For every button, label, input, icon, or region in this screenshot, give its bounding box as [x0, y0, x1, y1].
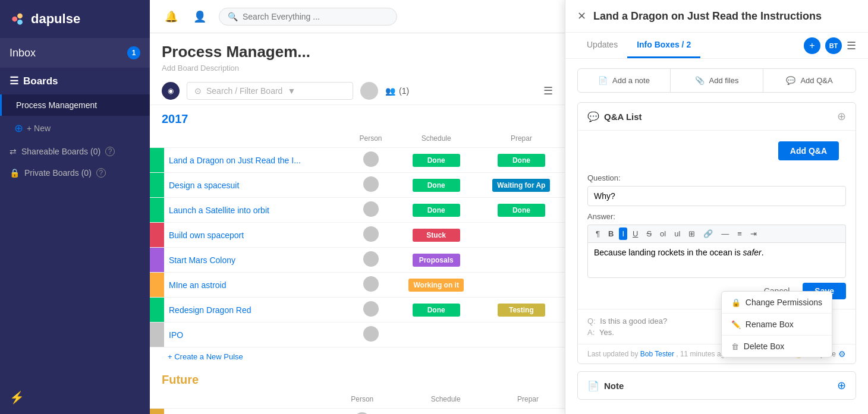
pulse-name-cell[interactable]: MIne an astroid — [164, 273, 347, 298]
pulse-name-cell[interactable]: Build a new planet — [164, 409, 324, 415]
schedule-cell: Working on it — [395, 273, 478, 298]
schedule-cell: Done — [395, 148, 478, 173]
user-profile-icon[interactable]: 👤 — [190, 7, 209, 26]
add-description[interactable]: Add Board Description — [162, 64, 553, 72]
row-border — [150, 273, 164, 298]
logo[interactable]: dapulse — [0, 0, 150, 38]
schedule-cell: Proposals — [395, 248, 478, 273]
close-panel-button[interactable]: ✕ — [577, 10, 586, 23]
person-cell — [347, 148, 394, 173]
tab-info-boxes[interactable]: Info Boxes / 2 — [627, 33, 700, 58]
table-row: Land a Dragon on Just Read the I... Done… — [150, 148, 565, 173]
table-row: Redesign Dragon Red Done Testing — [150, 298, 565, 323]
shareable-boards-header[interactable]: ⇄ Shareable Boards (0) ? — [0, 141, 150, 162]
context-menu-change-permissions[interactable]: 🔒 Change Permissions — [722, 292, 832, 314]
board-content: 2017 Person Schedule Prepar Land a Drago… — [150, 105, 565, 414]
shareable-help-icon[interactable]: ? — [105, 147, 115, 156]
a-label: A: — [587, 328, 595, 337]
answer-text-before: Because landing rockets in the ocean is — [594, 248, 743, 257]
toolbar-link[interactable]: 🔗 — [700, 227, 716, 240]
existing-answer-text: Yes. — [599, 328, 614, 337]
add-user-button[interactable]: + — [804, 37, 820, 54]
pulse-name-cell[interactable]: Redesign Dragon Red — [164, 298, 347, 323]
private-boards-header[interactable]: 🔒 Private Boards (0) ? — [0, 162, 150, 184]
panel-header: ✕ Land a Dragon on Just Read the Instruc… — [565, 0, 868, 33]
schedule-cell — [400, 409, 491, 415]
row-border — [150, 173, 164, 198]
add-qa-submit-button[interactable]: Add Q&A — [778, 141, 839, 160]
table-row: IPO — [150, 323, 565, 347]
qa-expand-button[interactable]: ⊕ — [837, 110, 846, 123]
board-item-label: Process Management — [16, 100, 97, 110]
qa-list-icon: 💬 — [587, 111, 599, 122]
toolbar-bold[interactable]: B — [605, 227, 617, 240]
user-avatar-button[interactable]: BT — [825, 37, 842, 54]
toolbar-italic[interactable]: I — [619, 227, 627, 240]
create-pulse-2017[interactable]: + Create a New Pulse — [150, 347, 565, 366]
pulse-name-cell[interactable]: Build own spaceport — [164, 223, 347, 248]
toolbar-align[interactable]: ≡ — [734, 227, 745, 240]
person-cell — [324, 409, 400, 415]
col-header-person: Person — [347, 129, 394, 148]
add-qa-button[interactable]: 💬 Add Q&A — [763, 69, 856, 92]
filter-icon: ⊙ — [194, 86, 202, 96]
board-menu-icon[interactable]: ☰ — [543, 84, 553, 97]
person-cell — [347, 198, 394, 223]
person-cell — [347, 223, 394, 248]
toolbar-indent[interactable]: ⇥ — [747, 227, 760, 240]
answer-content[interactable]: Because landing rockets in the ocean is … — [587, 242, 846, 278]
existing-question-text: Is this a good idea? — [600, 317, 667, 325]
pulse-name-cell[interactable]: Design a spacesuit — [164, 173, 347, 198]
pulse-name-cell[interactable]: IPO — [164, 323, 347, 347]
activity-icon[interactable]: ◉ — [162, 82, 180, 100]
prep-cell — [478, 273, 565, 298]
add-qa-area: Add Q&A — [578, 131, 856, 135]
toolbar-unordered-list[interactable]: ul — [671, 227, 683, 240]
filter-box: ⊙ Search / Filter Board ▼ — [187, 82, 353, 100]
toolbar-underline[interactable]: U — [630, 227, 641, 240]
toolbar-strikethrough[interactable]: S — [643, 227, 655, 240]
search-input[interactable] — [243, 12, 388, 21]
qa-form: Question: Answer: ¶ B I U S ol ul ⊞ 🔗 — … — [578, 166, 856, 309]
toolbar-paragraph[interactable]: ¶ — [593, 227, 603, 240]
q-label: Q: — [587, 317, 596, 325]
add-files-label: Add files — [709, 76, 739, 85]
board-members[interactable]: 👥 (1) — [385, 86, 409, 96]
person-filter-avatar[interactable] — [360, 82, 378, 100]
settings-gear-icon[interactable]: ⚙ — [838, 349, 846, 359]
toolbar-table[interactable]: ⊞ — [685, 227, 698, 240]
row-border — [150, 298, 164, 323]
pulse-name-cell[interactable]: Launch a Satellite into orbit — [164, 198, 347, 223]
qa-box-header: 💬 Q&A List ⊕ — [578, 103, 856, 131]
person-cell — [347, 298, 394, 323]
sidebar-item-process-management[interactable]: Process Management — [0, 94, 150, 116]
toolbar-ordered-list[interactable]: ol — [657, 227, 669, 240]
pulse-name-cell[interactable]: Start Mars Colony — [164, 248, 347, 273]
change-permissions-label: Change Permissions — [746, 298, 822, 307]
panel-menu-button[interactable]: ☰ — [847, 39, 856, 52]
filter-arrow-icon[interactable]: ▼ — [287, 86, 295, 96]
sidebar-boards-header[interactable]: ☰ Boards — [0, 68, 150, 94]
sidebar-item-inbox[interactable]: Inbox 1 — [0, 38, 150, 68]
person-cell — [347, 323, 394, 347]
add-files-button[interactable]: 📎 Add files — [671, 69, 763, 92]
inbox-badge: 1 — [127, 46, 140, 59]
note-add-button[interactable]: ⊕ — [837, 379, 846, 392]
footer-updated-text: Last updated by Bob Tester , 11 minutes … — [587, 350, 729, 358]
pulse-name-cell[interactable]: Land a Dragon on Just Read the I... — [164, 148, 347, 173]
answer-label: Answer: — [587, 212, 846, 221]
notification-bell-icon[interactable]: 🔔 — [162, 7, 181, 26]
new-board-button[interactable]: ⊕ + New — [0, 116, 150, 141]
private-help-icon[interactable]: ? — [96, 168, 106, 178]
rename-box-label: Rename Box — [746, 320, 794, 329]
context-menu-rename-box[interactable]: ✏️ Rename Box — [722, 314, 832, 336]
inbox-label: Inbox — [10, 47, 36, 59]
add-note-button[interactable]: 📄 Add a note — [578, 69, 671, 92]
action-buttons: 📄 Add a note 📎 Add files 💬 Add Q&A — [577, 68, 856, 93]
toolbar-hr[interactable]: — — [718, 227, 732, 240]
question-input[interactable] — [587, 186, 846, 206]
footer-author[interactable]: Bob Tester — [640, 350, 674, 358]
tab-updates[interactable]: Updates — [577, 33, 627, 58]
context-menu-delete-box[interactable]: 🗑 Delete Box — [722, 336, 832, 357]
main-content: 🔔 👤 🔍 Process Managem... Add Board Descr… — [150, 0, 565, 414]
